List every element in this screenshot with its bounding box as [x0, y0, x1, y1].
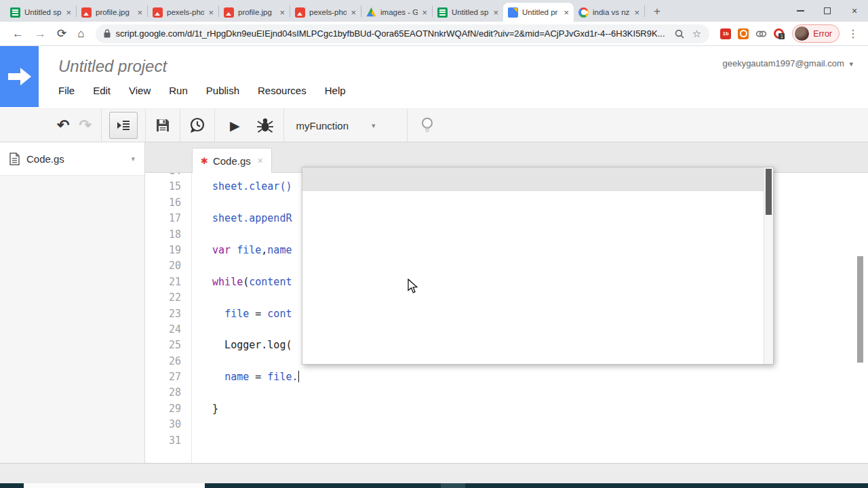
line-number: 14 [145, 173, 192, 179]
extension-camera-icon[interactable] [738, 28, 749, 39]
extension-1b-icon[interactable]: 1b [720, 28, 731, 39]
autocomplete-scrollbar[interactable] [764, 167, 773, 364]
autocomplete-scrollbar-thumb[interactable] [766, 169, 772, 215]
menu-item-help[interactable]: Help [325, 85, 346, 96]
code-line[interactable]: 30 [145, 417, 868, 432]
browser-tab[interactable]: profile.jpg × [77, 3, 147, 22]
tab-favicon-icon [508, 7, 518, 18]
menu-item-file[interactable]: File [58, 85, 75, 96]
tab-favicon-icon [366, 7, 376, 18]
code-text [192, 290, 200, 306]
editor-tab-close-icon[interactable]: × [258, 155, 263, 166]
maximize-button[interactable] [814, 0, 841, 22]
tab-favicon-icon [81, 7, 92, 18]
minimize-button[interactable] [787, 0, 814, 22]
browser-tab[interactable]: Untitled sp × [433, 3, 503, 22]
file-menu-caret-icon[interactable]: ▾ [131, 155, 135, 163]
menu-item-publish[interactable]: Publish [206, 85, 239, 96]
suggestions-button[interactable] [420, 117, 435, 134]
browser-menu-button[interactable]: ⋮ [848, 27, 859, 40]
autocomplete-item[interactable]: addCommenters(String[] emailAddresses) :… [302, 216, 764, 239]
profile-button[interactable]: Error [792, 24, 840, 43]
account-menu[interactable]: geekygautam1997@gmail.com ▾ [722, 58, 853, 68]
avatar [795, 26, 809, 41]
browser-tab[interactable]: images - G × [361, 3, 432, 22]
close-window-button[interactable]: × [841, 0, 868, 22]
new-tab-button[interactable]: + [649, 3, 665, 20]
sidebar-file-codegs[interactable]: Code.gs ▾ [0, 142, 144, 176]
extension-onetab-icon[interactable]: 1 [774, 28, 784, 39]
home-button[interactable]: ⌂ [77, 28, 84, 39]
browser-tab[interactable]: pexels-pho × [148, 3, 218, 22]
autocomplete-item[interactable]: addEditor(User user) : File [302, 264, 764, 287]
debug-button[interactable] [256, 117, 274, 134]
menu-item-resources[interactable]: Resources [258, 85, 307, 96]
tab-close-icon[interactable]: × [208, 8, 214, 17]
tab-close-icon[interactable]: × [493, 8, 498, 17]
run-button[interactable]: ▶ [230, 118, 240, 134]
tab-close-icon[interactable]: × [634, 8, 639, 17]
tab-close-icon[interactable]: × [564, 8, 569, 17]
autocomplete-item[interactable]: addCommenter(String emailAddress) : File [302, 167, 764, 191]
code-line[interactable]: 31 [145, 433, 868, 449]
code-line[interactable]: 28 [145, 385, 868, 401]
tab-title: Untitled pr [522, 8, 559, 16]
browser-tab[interactable]: Untitled sp × [5, 3, 76, 22]
toolbar-separator [101, 109, 102, 142]
browser-tab[interactable]: profile.jpg × [219, 3, 290, 22]
line-number: 15 [145, 179, 192, 195]
menu-item-view[interactable]: View [129, 85, 151, 96]
tab-close-icon[interactable]: × [351, 8, 356, 17]
reload-button[interactable]: ⟳ [57, 28, 66, 39]
back-button[interactable]: ← [12, 28, 24, 39]
autocomplete-item[interactable]: addViewers(String[] emailAddresses) : Fi… [302, 359, 764, 365]
forward-button[interactable]: → [35, 28, 46, 39]
tab-title: pexels-pho [167, 8, 204, 16]
bookmark-star-icon[interactable]: ☆ [692, 28, 701, 40]
menu-item-run[interactable]: Run [169, 85, 188, 96]
line-number: 29 [145, 401, 192, 417]
tab-title: Untitled sp [452, 8, 489, 16]
line-number: 31 [145, 433, 192, 449]
tab-favicon-icon [437, 7, 448, 18]
extension-link-icon[interactable] [755, 30, 767, 38]
mouse-cursor [408, 279, 418, 297]
tab-close-icon[interactable]: × [66, 8, 71, 17]
autocomplete-item[interactable]: addCommenter(User user) : File [302, 191, 764, 215]
tab-separator [147, 5, 148, 17]
tab-close-icon[interactable]: × [137, 8, 142, 17]
line-number: 17 [145, 211, 192, 226]
indent-button[interactable] [109, 112, 138, 139]
code-line[interactable]: 27 name = file. [145, 369, 868, 385]
browser-tab[interactable]: india vs nz × [574, 3, 644, 22]
project-title[interactable]: Untitled project [58, 57, 167, 76]
autocomplete-item[interactable]: addViewer(String emailAddress) : File [302, 311, 764, 335]
save-button[interactable] [155, 118, 170, 133]
autocomplete-item[interactable]: addEditors(String[] emailAddresses) : Fi… [302, 287, 764, 311]
code-line[interactable]: 29 } [145, 401, 868, 417]
tab-favicon-icon [295, 7, 305, 18]
redo-button[interactable]: ↷ [79, 117, 91, 134]
editor-tab-codegs[interactable]: ✱ Code.gs × [192, 148, 272, 173]
code-text: while(content [192, 274, 292, 290]
autocomplete-popup: addCommenter(String emailAddress) : File… [302, 167, 774, 365]
toolbar-separator [180, 109, 180, 142]
code-text [192, 258, 200, 274]
address-bar[interactable]: script.google.com/d/1t_rHpgDkn9euEIEjnd0… [96, 24, 710, 43]
account-email: geekygautam1997@gmail.com [722, 58, 844, 68]
zoom-icon[interactable] [675, 29, 684, 39]
tab-close-icon[interactable]: × [279, 8, 285, 17]
autocomplete-item[interactable]: addEditor(String emailAddress) : File [302, 239, 764, 263]
browser-tab[interactable]: pexels-pho × [290, 3, 361, 22]
tab-close-icon[interactable]: × [422, 8, 427, 17]
tab-title: pexels-pho [309, 8, 347, 16]
editor-scrollbar-thumb[interactable] [857, 256, 863, 363]
autocomplete-item[interactable]: addViewer(User user) : File [302, 336, 764, 359]
function-selector[interactable]: myFunction ▾ [284, 120, 407, 131]
files-sidebar: Code.gs ▾ [0, 142, 145, 463]
menu-item-edit[interactable]: Edit [93, 85, 111, 96]
screen: Untitled sp × profile.jpg × pexels-pho ×… [0, 0, 868, 488]
browser-tab[interactable]: Untitled pr × [503, 3, 574, 22]
execution-transcript-button[interactable] [189, 117, 206, 134]
undo-button[interactable]: ↶ [57, 117, 69, 134]
